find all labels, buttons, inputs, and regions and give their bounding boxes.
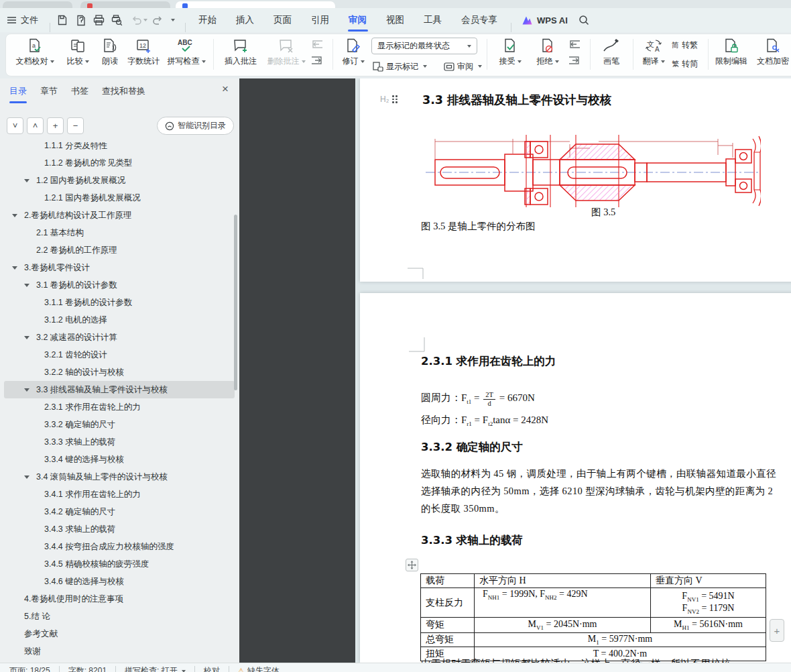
page-indicator[interactable]: 页面: 18/25	[9, 665, 50, 672]
word-count-button[interactable]: 12 字数统计	[125, 36, 162, 74]
toc-item[interactable]: 2.2 卷扬机的工作原理	[4, 241, 235, 259]
to-simplified-button[interactable]: 繁 转简	[672, 57, 698, 70]
sidebar-scrollbar[interactable]	[234, 215, 237, 390]
toc-item[interactable]: 参考文献	[4, 625, 235, 642]
export-pdf-button[interactable]	[74, 8, 86, 32]
toc-item[interactable]: 2.卷扬机结构设计及工作原理	[4, 207, 235, 224]
collapse-next-button[interactable]: ˅	[7, 117, 23, 134]
sidebar-tab[interactable]: 查找和替换	[102, 85, 145, 103]
menu-tab-1[interactable]: 开始	[198, 8, 217, 32]
main-menu-button[interactable]: 文件	[7, 8, 38, 32]
toc-item[interactable]: 3.1.1 卷扬机的设计参数	[4, 294, 235, 311]
collapse-all-button[interactable]: −	[67, 117, 84, 134]
toc-item[interactable]: 3.2 减速器的设计计算	[4, 329, 235, 346]
reject-button[interactable]: 拒绝	[531, 36, 564, 74]
previous-comment-button[interactable]	[310, 39, 324, 51]
spell-check-button[interactable]: ABC 拼写检查	[164, 36, 209, 74]
restrict-edit-button[interactable]: 限制编辑	[712, 36, 751, 74]
previous-change-button[interactable]	[567, 39, 582, 51]
toc-item[interactable]: 1.2 国内卷扬机发展概况	[4, 172, 235, 189]
toc-item[interactable]: 1.1.2 卷扬机的常见类型	[4, 154, 235, 172]
toc-item[interactable]: 3.卷扬机零件设计	[4, 259, 235, 276]
insert-comment-button[interactable]: 插入批注	[220, 36, 261, 74]
sidebar-tab[interactable]: 目录	[9, 85, 27, 103]
toc-item[interactable]: 2.3.1 求作用在齿轮上的力	[4, 398, 235, 416]
translate-button[interactable]: 文A 翻译	[638, 36, 669, 74]
table-move-handle[interactable]	[406, 559, 418, 571]
menu-tab-6[interactable]: 视图	[386, 8, 404, 32]
toc-item[interactable]: 3.3.3 求轴上的载荷	[4, 433, 235, 451]
expand-prev-button[interactable]: ˄	[27, 117, 44, 134]
next-comment-button[interactable]	[310, 55, 324, 67]
expand-arrow-icon[interactable]	[24, 388, 36, 392]
heading-level-badge[interactable]: H₂	[380, 95, 398, 104]
toc-item[interactable]: 3.3.2 确定轴的尺寸	[4, 416, 235, 433]
toc-item[interactable]: 3.4.1 求作用在齿轮上的力	[4, 486, 235, 503]
expand-arrow-icon[interactable]	[24, 475, 36, 479]
document-page-2[interactable]: 2.3.1 求作用在齿轮上的力 圆周力：Ft1 = 2Td = 6670N 径向…	[360, 293, 791, 663]
toc-item[interactable]: 3.2.2 轴的设计与校核	[4, 363, 235, 381]
drag-handle-icon[interactable]	[392, 95, 398, 103]
toc-item[interactable]: 4.卷扬机使用时的注意事项	[4, 590, 235, 608]
spellcheck-indicator[interactable]: 拼写检查: 打开	[125, 665, 186, 672]
toc-item[interactable]: 5.结 论	[4, 608, 235, 625]
toc-item[interactable]: 2.1 基本结构	[4, 224, 235, 241]
missing-font-warning[interactable]: ⚠ 缺失字体	[238, 665, 280, 672]
pen-button[interactable]: 画笔	[597, 36, 626, 74]
toc-item[interactable]: 3.2.1 齿轮的设计	[4, 346, 235, 363]
toc-item[interactable]: 致谢	[4, 642, 235, 657]
compare-button[interactable]: 比较	[60, 36, 95, 74]
read-aloud-button[interactable]: 朗读	[97, 36, 123, 74]
redo-button[interactable]	[153, 8, 163, 32]
close-icon[interactable]: ×	[222, 82, 229, 96]
toc-item[interactable]: 3.3.4 键的选择与校核	[4, 451, 235, 468]
expand-arrow-icon[interactable]	[24, 284, 36, 287]
expand-arrow-icon[interactable]	[12, 214, 24, 217]
toc-item[interactable]: 1.1.1 分类及特性	[4, 142, 235, 154]
expand-all-button[interactable]: +	[47, 117, 64, 134]
smart-toc-button[interactable]: 智能识别目录	[157, 117, 234, 135]
proofread-button[interactable]: a 文档校对	[12, 36, 58, 74]
show-markup-button[interactable]: 显示标记	[373, 60, 427, 73]
toc-item[interactable]: 3.1.2 电机的选择	[4, 311, 235, 329]
markup-state-dropdown[interactable]: 显示标记的最终状态	[371, 38, 477, 54]
toc-item[interactable]: 3.4.5 精确校核轴的疲劳强度	[4, 555, 235, 573]
toc-item[interactable]: 3.4.6 键的选择与校核	[4, 573, 235, 590]
menu-tab-8[interactable]: 会员专享	[461, 8, 497, 32]
encrypt-button[interactable]: 文档加密	[753, 36, 791, 74]
proofread-status[interactable]: 校对	[204, 665, 220, 672]
next-change-button[interactable]	[567, 55, 582, 67]
toc-item[interactable]: 1.2.1 国内卷扬机发展概况	[4, 189, 235, 207]
word-count-indicator[interactable]: 字数: 8201	[68, 665, 107, 672]
toc-item[interactable]: 3.4.3 求轴上的载荷	[4, 520, 235, 538]
toc-item[interactable]: 3.4.2 确定轴的尺寸	[4, 503, 235, 520]
print-button[interactable]	[93, 8, 105, 32]
undo-button[interactable]	[131, 8, 147, 32]
menu-tab-5[interactable]: 审阅	[349, 8, 367, 32]
menu-tab-2[interactable]: 插入	[236, 8, 254, 32]
menu-tab-4[interactable]: 引用	[311, 8, 329, 32]
print-preview-button[interactable]	[111, 8, 123, 32]
document-page-1[interactable]: H₂ 3.3 排线器轴及轴上零件设计与校核	[360, 78, 791, 282]
track-changes-button[interactable]: 修订	[338, 36, 369, 74]
save-button[interactable]	[56, 8, 68, 32]
menu-tab-3[interactable]: 页面	[273, 8, 292, 32]
accept-button[interactable]: 接受	[493, 36, 527, 74]
expand-arrow-icon[interactable]	[24, 336, 36, 339]
menu-tab-7[interactable]: 工具	[424, 8, 442, 32]
review-button[interactable]: 审阅	[444, 60, 482, 73]
delete-comment-button[interactable]: 删除批注	[264, 36, 308, 74]
add-table-column-button[interactable]: +	[770, 619, 784, 642]
search-button[interactable]	[578, 8, 590, 32]
sidebar-tab[interactable]: 书签	[71, 85, 88, 103]
toc-item[interactable]: 3.4.4 按弯扭合成应力校核轴的强度	[4, 538, 235, 555]
expand-arrow-icon[interactable]	[24, 179, 36, 182]
toc-item[interactable]: 3.3 排线器轴及轴上零件设计与校核	[4, 381, 235, 398]
toc-item[interactable]: 3.4 滚筒轴及轴上零件的设计与校核	[4, 468, 235, 486]
wps-ai-button[interactable]: WPS AI	[522, 8, 568, 32]
sidebar-tab[interactable]: 章节	[40, 85, 58, 103]
to-traditional-button[interactable]: 简 转繁	[672, 38, 698, 52]
more-actions-button[interactable]	[169, 8, 175, 32]
undo-caret-icon[interactable]	[143, 19, 147, 21]
toc-item[interactable]: 3.1 卷扬机的设计参数	[4, 276, 235, 294]
